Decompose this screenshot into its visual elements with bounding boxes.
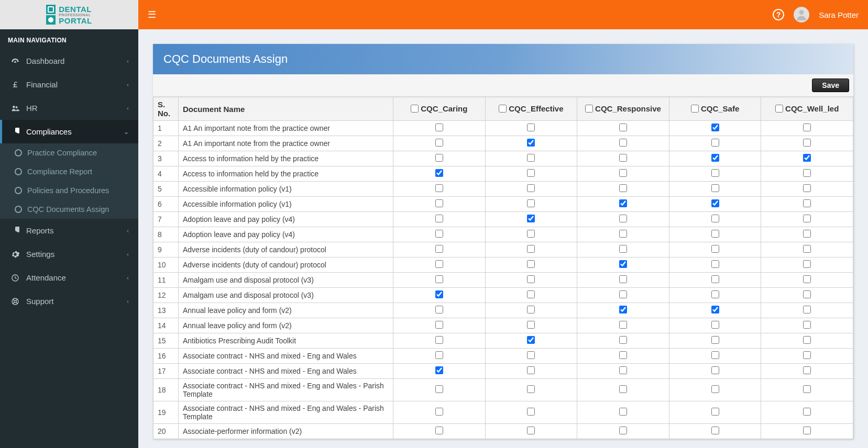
row-checkbox[interactable] [619,275,627,283]
hamburger-icon[interactable]: ☰ [148,9,156,20]
row-checkbox[interactable] [435,169,443,177]
row-checkbox[interactable] [619,199,627,207]
row-checkbox[interactable] [803,154,811,162]
sidebar-item-compliances[interactable]: Compliances⌄Practice ComplianceComplianc… [0,120,138,219]
row-checkbox[interactable] [711,336,719,344]
row-checkbox[interactable] [803,321,811,329]
row-checkbox[interactable] [803,169,811,177]
sidebar-link[interactable]: Compliances⌄ [0,120,138,143]
sidebar-subitem[interactable]: CQC Documents Assign [0,200,138,219]
row-checkbox[interactable] [435,351,443,359]
row-checkbox[interactable] [527,321,535,329]
sidebar-link[interactable]: Attendance‹ [0,266,138,289]
row-checkbox[interactable] [527,184,535,192]
row-checkbox[interactable] [435,408,443,416]
sidebar-link[interactable]: Dashboard‹ [0,49,138,73]
row-checkbox[interactable] [803,351,811,359]
row-checkbox[interactable] [619,215,627,222]
row-checkbox[interactable] [711,290,719,298]
row-checkbox[interactable] [619,154,627,162]
row-checkbox[interactable] [711,169,719,177]
row-checkbox[interactable] [619,184,627,192]
row-checkbox[interactable] [435,321,443,329]
sidebar-item-reports[interactable]: Reports‹ [0,219,138,242]
row-checkbox[interactable] [803,139,811,147]
sidebar-link[interactable]: Reports‹ [0,219,138,242]
row-checkbox[interactable] [527,336,535,344]
row-checkbox[interactable] [435,427,443,434]
row-checkbox[interactable] [803,215,811,222]
row-checkbox[interactable] [619,385,627,393]
row-checkbox[interactable] [527,139,535,147]
row-checkbox[interactable] [435,275,443,283]
sidebar-link[interactable]: HR‹ [0,96,138,120]
row-checkbox[interactable] [527,260,535,268]
row-checkbox[interactable] [711,408,719,416]
row-checkbox[interactable] [711,124,719,131]
sidebar-sublink[interactable]: CQC Documents Assign [0,200,138,219]
sidebar-subitem[interactable]: Policies and Procedures [0,181,138,200]
row-checkbox[interactable] [803,385,811,393]
row-checkbox[interactable] [527,215,535,222]
logo[interactable]: DENTAL PROFESSIONAL PORTAL [0,0,138,29]
sidebar-item-dashboard[interactable]: Dashboard‹ [0,49,138,73]
row-checkbox[interactable] [435,230,443,238]
row-checkbox[interactable] [527,290,535,298]
row-checkbox[interactable] [435,336,443,344]
row-checkbox[interactable] [619,169,627,177]
sidebar-subitem[interactable]: Practice Compliance [0,143,138,162]
row-checkbox[interactable] [711,230,719,238]
row-checkbox[interactable] [803,245,811,253]
row-checkbox[interactable] [711,351,719,359]
row-checkbox[interactable] [619,427,627,434]
row-checkbox[interactable] [619,408,627,416]
row-checkbox[interactable] [527,245,535,253]
select-all-cqc_responsive[interactable] [585,105,593,113]
row-checkbox[interactable] [435,215,443,222]
row-checkbox[interactable] [527,366,535,374]
row-checkbox[interactable] [435,199,443,207]
row-checkbox[interactable] [803,306,811,313]
row-checkbox[interactable] [711,385,719,393]
avatar[interactable] [794,7,809,23]
save-button[interactable]: Save [812,79,849,92]
row-checkbox[interactable] [435,139,443,147]
row-checkbox[interactable] [619,245,627,253]
row-checkbox[interactable] [527,169,535,177]
row-checkbox[interactable] [619,351,627,359]
row-checkbox[interactable] [619,290,627,298]
row-checkbox[interactable] [803,199,811,207]
sidebar-link[interactable]: Settings‹ [0,242,138,266]
sidebar-item-settings[interactable]: Settings‹ [0,242,138,266]
row-checkbox[interactable] [527,275,535,283]
sidebar-item-financial[interactable]: Financial‹ [0,73,138,96]
sidebar-item-support[interactable]: Support‹ [0,289,138,313]
row-checkbox[interactable] [527,306,535,313]
row-checkbox[interactable] [435,290,443,298]
row-checkbox[interactable] [803,408,811,416]
row-checkbox[interactable] [711,427,719,434]
row-checkbox[interactable] [803,336,811,344]
row-checkbox[interactable] [619,366,627,374]
row-checkbox[interactable] [619,306,627,313]
row-checkbox[interactable] [803,290,811,298]
sidebar-link[interactable]: Support‹ [0,289,138,313]
row-checkbox[interactable] [527,199,535,207]
row-checkbox[interactable] [619,336,627,344]
row-checkbox[interactable] [711,199,719,207]
row-checkbox[interactable] [435,124,443,131]
row-checkbox[interactable] [711,260,719,268]
row-checkbox[interactable] [435,154,443,162]
row-checkbox[interactable] [527,427,535,434]
select-all-cqc_caring[interactable] [411,105,419,113]
sidebar-sublink[interactable]: Practice Compliance [0,143,138,162]
row-checkbox[interactable] [711,139,719,147]
row-checkbox[interactable] [619,321,627,329]
row-checkbox[interactable] [619,260,627,268]
sidebar-link[interactable]: Financial‹ [0,73,138,96]
sidebar-item-hr[interactable]: HR‹ [0,96,138,120]
row-checkbox[interactable] [711,215,719,222]
row-checkbox[interactable] [711,366,719,374]
row-checkbox[interactable] [711,321,719,329]
row-checkbox[interactable] [435,306,443,313]
